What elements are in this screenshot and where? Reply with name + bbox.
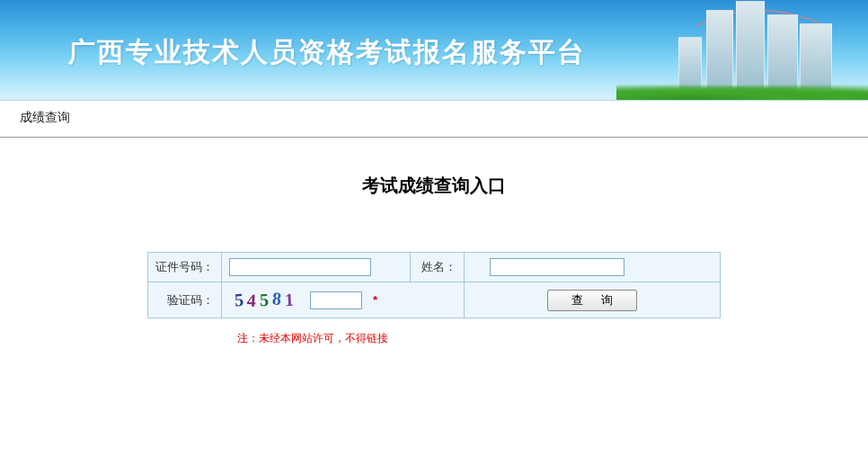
footnote: 注：未经本网站许可，不得链接 [147,331,721,346]
building-icon [736,1,765,91]
building-icon [767,14,798,91]
header-banner: 广西专业技术人员资格考试报名服务平台 [0,0,868,101]
required-mark: * [373,293,377,307]
section-title: 考试成绩查询入口 [0,174,868,198]
captcha-image[interactable]: 5 4 5 8 1 [229,288,303,312]
breadcrumb-bar: 成绩查询 [0,101,868,138]
button-cell: 查 询 [465,282,721,318]
building-icon [678,37,702,91]
breadcrumb-item: 成绩查询 [20,110,70,124]
captcha-char: 5 [234,290,248,311]
row-identity: 证件号码： 姓名： [148,253,721,282]
building-icon [800,23,832,91]
query-button[interactable]: 查 询 [547,290,637,311]
captcha-input[interactable] [310,291,362,309]
banner-decoration [616,0,868,100]
site-title: 广西专业技术人员资格考试报名服务平台 [68,34,586,71]
id-cell [222,253,411,282]
captcha-char: 4 [246,291,260,312]
captcha-cell: 5 4 5 8 1 * [222,282,465,318]
captcha-char: 1 [284,290,297,311]
name-input[interactable] [490,258,624,276]
query-form: 证件号码： 姓名： 验证码： 5 4 5 8 1 [147,252,721,318]
name-label: 姓名： [411,253,465,282]
id-input[interactable] [229,258,371,276]
main-content: 考试成绩查询入口 证件号码： 姓名： 验证码： 5 4 5 8 [0,138,868,400]
captcha-label: 验证码： [148,282,222,318]
building-icon [706,10,733,91]
row-captcha: 验证码： 5 4 5 8 1 * 查 询 [148,282,721,318]
name-cell [465,253,721,282]
grass-icon [616,84,868,101]
id-label: 证件号码： [148,253,222,282]
